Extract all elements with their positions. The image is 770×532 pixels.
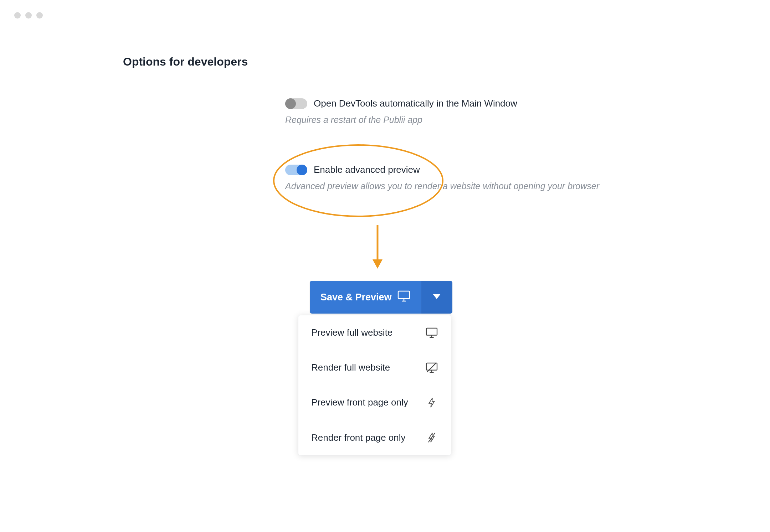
option-advanced-preview-label: Enable advanced preview: [314, 164, 420, 175]
svg-marker-6: [433, 294, 441, 299]
window-controls: [14, 12, 43, 19]
dropdown-item-label: Render front page only: [311, 432, 406, 443]
dropdown-toggle-button[interactable]: [421, 281, 452, 314]
svg-rect-7: [426, 328, 437, 335]
option-advanced-preview: Enable advanced preview Advanced preview…: [285, 164, 677, 191]
option-advanced-preview-helper: Advanced preview allows you to render a …: [285, 181, 677, 191]
dropdown-item-preview-front[interactable]: Preview front page only: [298, 385, 451, 420]
monitor-icon: [425, 326, 438, 339]
toggle-devtools[interactable]: [285, 98, 307, 109]
svg-marker-2: [373, 259, 383, 269]
save-preview-split-button: Save & Preview: [310, 281, 452, 314]
dropdown-item-label: Preview front page only: [311, 397, 408, 408]
window-dot-close[interactable]: [14, 12, 21, 19]
bolt-icon: [425, 396, 438, 409]
window-dot-maximize[interactable]: [36, 12, 43, 19]
option-devtools-helper: Requires a restart of the Publii app: [285, 115, 677, 125]
preview-dropdown-menu: Preview full website Render full website: [298, 315, 451, 455]
monitor-off-icon: [425, 361, 438, 374]
window-dot-minimize[interactable]: [25, 12, 32, 19]
dropdown-item-render-front[interactable]: Render front page only: [298, 420, 451, 455]
svg-rect-3: [398, 291, 410, 299]
save-preview-label: Save & Preview: [320, 292, 392, 303]
svg-marker-14: [429, 398, 435, 407]
toggle-advanced-preview[interactable]: [285, 165, 307, 175]
option-devtools: Open DevTools automatically in the Main …: [285, 98, 677, 125]
dropdown-item-label: Render full website: [311, 362, 390, 373]
monitor-icon: [397, 290, 410, 304]
dropdown-item-preview-full[interactable]: Preview full website: [298, 315, 451, 350]
save-preview-button[interactable]: Save & Preview: [310, 281, 421, 314]
annotation-arrow: [370, 225, 385, 270]
bolt-off-icon: [425, 431, 438, 444]
chevron-down-icon: [433, 294, 441, 300]
dropdown-item-render-full[interactable]: Render full website: [298, 350, 451, 385]
page-title: Options for developers: [123, 55, 248, 68]
button-area: Save & Preview Preview full website: [310, 281, 452, 314]
option-devtools-label: Open DevTools automatically in the Main …: [314, 98, 517, 109]
dropdown-item-label: Preview full website: [311, 327, 392, 338]
